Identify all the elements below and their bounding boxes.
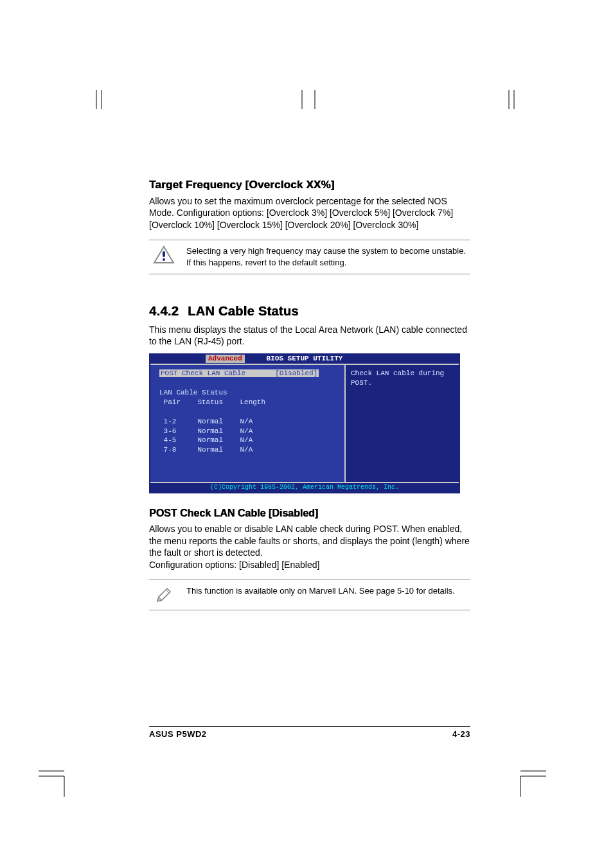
bios-copyright: (C)Copyright 1985-2002, American Megatre… <box>150 483 459 492</box>
lan-intro: This menu displays the status of the Loc… <box>149 324 470 348</box>
footer-left: ASUS P5WD2 <box>149 729 207 739</box>
bios-title: BIOS SETUP UTILITY <box>150 355 459 362</box>
pencil-icon <box>150 585 177 605</box>
post-check-heading: POST Check LAN Cable [Disabled] <box>149 508 470 519</box>
warning-note: Selecting a very high frequency may caus… <box>149 240 470 274</box>
bios-screenshot: BIOS SETUP UTILITY Advanced POST Check L… <box>149 353 460 493</box>
bios-tab-advanced: Advanced <box>206 355 245 363</box>
target-frequency-heading: Target Frequency [Overclock XX%] <box>149 179 470 191</box>
bios-main-panel: POST Check LAN Cable [Disabled] LAN Cabl… <box>150 365 344 482</box>
heading-number: 4.4.2 <box>149 304 179 318</box>
page-footer: ASUS P5WD2 4-23 <box>149 726 470 739</box>
post-check-config: Configuration options: [Disabled] [Enabl… <box>149 559 470 571</box>
bios-menu-row: BIOS SETUP UTILITY Advanced <box>150 355 459 364</box>
warning-text: Selecting a very high frequency may caus… <box>186 245 468 268</box>
heading-text: LAN Cable Status <box>188 304 299 318</box>
bios-help-panel: Check LAN cable during POST. <box>344 365 459 482</box>
svg-rect-13 <box>163 251 165 257</box>
post-check-body: Allows you to enable or disable LAN cabl… <box>149 523 470 558</box>
footer-right: 4-23 <box>452 729 470 739</box>
target-frequency-body: Allows you to set the maximum overclock … <box>149 195 470 231</box>
svg-point-14 <box>163 258 165 261</box>
info-note: This function is available only on Marve… <box>149 580 470 610</box>
info-text: This function is available only on Marve… <box>186 585 468 597</box>
lan-cable-status-heading: 4.4.2LAN Cable Status <box>149 304 470 319</box>
warning-icon <box>150 245 177 265</box>
